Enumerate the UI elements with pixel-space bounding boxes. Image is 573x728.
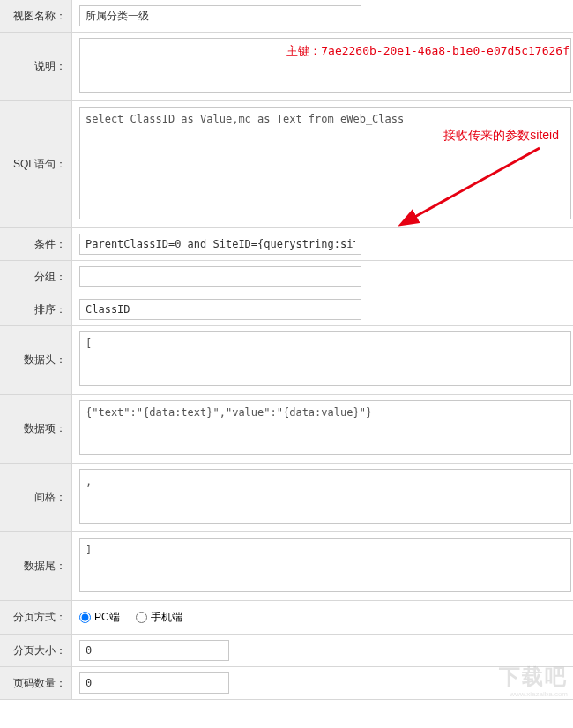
row-condition: 条件： bbox=[0, 228, 573, 261]
radio-mobile-input[interactable] bbox=[136, 612, 147, 623]
row-page-count: 页码数量： bbox=[0, 667, 573, 700]
row-separator: 间格： bbox=[0, 464, 573, 532]
label-page-count: 页码数量： bbox=[0, 667, 72, 699]
label-paging-mode: 分页方式： bbox=[0, 601, 72, 634]
label-separator: 间格： bbox=[0, 464, 72, 531]
row-view-name: 视图名称： bbox=[0, 0, 573, 33]
row-data-tail: 数据尾： bbox=[0, 532, 573, 601]
row-description: 说明： 主键：7ae2260b-20e1-46a8-b1e0-e07d5c176… bbox=[0, 33, 573, 101]
label-data-head: 数据头： bbox=[0, 326, 72, 394]
label-group: 分组： bbox=[0, 261, 72, 293]
data-item-input[interactable] bbox=[79, 400, 571, 455]
label-data-item: 数据项： bbox=[0, 395, 72, 463]
paging-radio-group: PC端 手机端 bbox=[79, 606, 566, 628]
separator-input[interactable] bbox=[79, 469, 571, 524]
row-sql: SQL语句： 接收传来的参数siteid bbox=[0, 101, 573, 228]
row-paging-mode: 分页方式： PC端 手机端 bbox=[0, 601, 573, 635]
data-head-input[interactable] bbox=[79, 331, 571, 386]
label-sql: SQL语句： bbox=[0, 101, 72, 227]
row-data-item: 数据项： bbox=[0, 395, 573, 464]
radio-mobile-label: 手机端 bbox=[151, 610, 182, 625]
label-data-tail: 数据尾： bbox=[0, 532, 72, 600]
order-input[interactable] bbox=[79, 299, 361, 320]
description-input[interactable] bbox=[79, 38, 571, 93]
label-view-name: 视图名称： bbox=[0, 0, 72, 32]
label-order: 排序： bbox=[0, 293, 72, 325]
sql-input[interactable] bbox=[79, 107, 571, 219]
radio-mobile[interactable]: 手机端 bbox=[136, 610, 182, 625]
radio-pc-input[interactable] bbox=[79, 612, 91, 623]
row-data-head: 数据头： bbox=[0, 326, 573, 395]
label-description: 说明： bbox=[0, 33, 72, 100]
radio-pc-label: PC端 bbox=[94, 610, 120, 625]
page-size-input[interactable] bbox=[79, 640, 229, 661]
group-input[interactable] bbox=[79, 266, 361, 287]
row-page-size: 分页大小： bbox=[0, 635, 573, 667]
form-container: 视图名称： 说明： 主键：7ae2260b-20e1-46a8-b1e0-e07… bbox=[0, 0, 573, 700]
row-group: 分组： bbox=[0, 261, 573, 293]
data-tail-input[interactable] bbox=[79, 538, 571, 592]
page-count-input[interactable] bbox=[79, 672, 229, 694]
label-page-size: 分页大小： bbox=[0, 635, 72, 666]
view-name-input[interactable] bbox=[79, 5, 361, 26]
condition-input[interactable] bbox=[79, 234, 361, 255]
row-order: 排序： bbox=[0, 293, 573, 326]
radio-pc[interactable]: PC端 bbox=[79, 610, 120, 625]
label-condition: 条件： bbox=[0, 228, 72, 260]
